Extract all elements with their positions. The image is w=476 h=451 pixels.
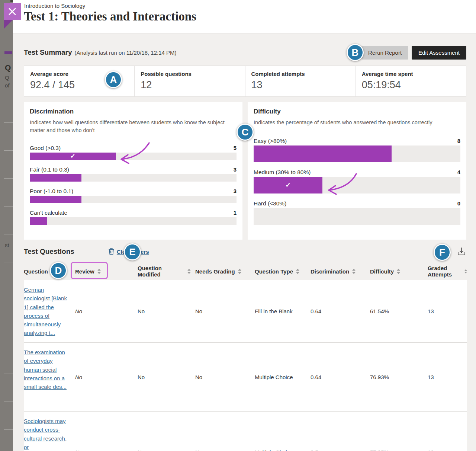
table-body: German sociologist [Blank 1] called the … (24, 280, 467, 451)
question-link[interactable]: The examination of everyday human social… (24, 349, 67, 390)
column-header-label: Question (24, 268, 48, 275)
bar-count: 8 (457, 138, 460, 144)
column-header-difficulty[interactable]: Difficulty (366, 263, 423, 280)
test-questions-heading: Test Questions (24, 247, 74, 256)
question-link[interactable]: Sociologists may conduct cross-cultural … (24, 418, 67, 450)
close-icon (8, 7, 16, 16)
test-analysis-panel: Introduction to Sociology Test 1: Theori… (13, 0, 476, 451)
bar-count: 4 (457, 169, 460, 175)
bar-count: 3 (234, 166, 237, 173)
cell-question: Sociologists may conduct cross-cultural … (24, 412, 71, 451)
rerun-report-button[interactable]: Rerun Report (361, 46, 408, 60)
bar-group: Can't calculate1 (30, 209, 237, 225)
table-row: German sociologist [Blank 1] called the … (24, 280, 467, 343)
bg-fragment-text: Q (5, 74, 9, 81)
sort-icon (352, 269, 356, 274)
close-button-ribbon-tail (4, 20, 13, 29)
cell-question-type: Multiple Choice (250, 374, 306, 380)
review-highlight-box (71, 262, 108, 279)
bar-label: Poor (-1.0 to 0.1) (30, 188, 73, 195)
column-header-label: Needs Grading (195, 268, 235, 275)
bar-track (254, 145, 460, 162)
column-header-label: Discrimination (311, 268, 349, 275)
column-header-question-type[interactable]: Question Type (250, 263, 306, 280)
card-value: 13 (251, 79, 356, 91)
sort-icon (238, 269, 241, 274)
edit-assessment-button[interactable]: Edit Assessment (412, 46, 466, 60)
column-header-needs-grading[interactable]: Needs Grading (191, 263, 250, 280)
column-header-graded-attempts[interactable]: Graded Attempts (423, 263, 467, 280)
test-summary-heading: Test Summary (24, 48, 72, 57)
annotation-badge-b: B (347, 44, 364, 61)
cell-question: The examination of everyday human social… (24, 343, 71, 396)
questions-table: QuestionReviewQuestion ModifiedNeeds Gra… (24, 263, 467, 451)
bg-fragment-text: Q (5, 63, 11, 72)
discrimination-panel: Discrimination Indicates how well questi… (24, 102, 242, 240)
bar-count: 5 (234, 145, 237, 151)
annotation-badge-f: F (434, 244, 451, 261)
bar-label: Good (>0.3) (30, 145, 61, 151)
card-value: 12 (141, 79, 245, 91)
bar-group: Fair (0.1 to 0.3)3 (30, 166, 237, 182)
bar-head: Hard (<30%)0 (254, 200, 460, 207)
column-header-question-modified[interactable]: Question Modified (133, 263, 191, 280)
bar-fill (254, 145, 392, 162)
summary-cards: Average score92.4 / 145Possible question… (24, 65, 466, 97)
bar-head: Good (>0.3)5 (30, 145, 237, 151)
cell-question-type: Multiple Choice (250, 449, 306, 451)
cell-review: No (71, 449, 133, 451)
bar-track (30, 174, 237, 182)
cell-graded-attempts: 13 (423, 308, 467, 314)
sort-icon (464, 269, 467, 274)
bar-group: Good (>0.3)5✓ (30, 145, 237, 160)
bar-group: Poor (-1.0 to 0.1)3 (30, 188, 237, 203)
bg-divider-lines (4, 95, 13, 451)
download-icon (456, 246, 467, 257)
bar-label: Medium (30% to 80%) (254, 169, 311, 176)
column-header-label: Question Modified (138, 265, 184, 278)
bar-label: Fair (0.1 to 0.3) (30, 166, 69, 173)
cell-difficulty: 57.95% (366, 449, 423, 451)
summary-card: Possible questions12 (135, 66, 245, 96)
cell-question-type: Fill in the Blank (250, 308, 306, 314)
cell-question-modified: No (133, 374, 191, 380)
sort-icon (187, 269, 191, 274)
cell-question-modified: No (133, 449, 191, 451)
cell-needs-grading: No (191, 449, 250, 451)
page: Q Q of st Introduction to Sociology Test… (0, 0, 476, 451)
bar-track (254, 208, 460, 225)
bar-fill (30, 196, 81, 203)
column-header-label: Graded Attempts (428, 265, 461, 278)
cell-discrimination: 0.64 (306, 308, 366, 314)
panel-title: Difficulty (254, 108, 460, 115)
bg-fragment-text: of (5, 82, 10, 89)
summary-card: Average time spent05:19:54 (356, 66, 466, 96)
column-header-discrimination[interactable]: Discrimination (306, 263, 366, 280)
question-link[interactable]: German sociologist [Blank 1] called the … (24, 287, 67, 336)
bg-fragment-mark (10, 0, 13, 2)
panel-description: Indicates the percentage of students who… (254, 119, 459, 127)
table-row: Sociologists may conduct cross-cultural … (24, 412, 467, 451)
panel-description: Indicates how well questions differentia… (30, 119, 235, 134)
summary-card: Completed attempts13 (245, 66, 356, 96)
annotation-badge-a: A (105, 71, 122, 88)
close-button[interactable] (4, 3, 21, 20)
bar-fill: ✓ (30, 153, 116, 160)
download-button[interactable] (456, 246, 467, 258)
bar-group: Hard (<30%)0 (254, 200, 460, 225)
cell-review: No (71, 308, 133, 314)
bar-head: Can't calculate1 (30, 209, 237, 216)
cell-graded-attempts: 13 (423, 374, 467, 380)
cell-difficulty: 76.93% (366, 374, 423, 380)
bar-head: Medium (30% to 80%)4 (254, 169, 460, 176)
column-header-label: Question Type (255, 268, 293, 275)
sort-icon (397, 269, 400, 274)
bar-count: 3 (234, 188, 237, 194)
bar-fill (30, 217, 47, 225)
panel-header: Introduction to Sociology Test 1: Theori… (13, 0, 476, 33)
bar-group: Medium (30% to 80%)4✓ (254, 169, 460, 193)
bar-fill: ✓ (254, 177, 322, 193)
bar-head: Poor (-1.0 to 0.1)3 (30, 188, 237, 195)
bar-check-icon: ✓ (286, 181, 291, 189)
bar-head: Easy (>80%)8 (254, 138, 460, 144)
